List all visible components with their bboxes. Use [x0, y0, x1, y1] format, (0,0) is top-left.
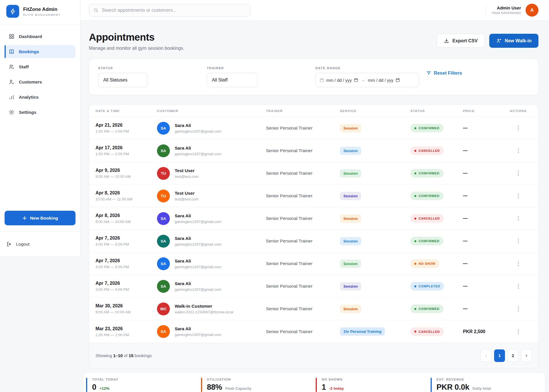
search-input[interactable]: [102, 8, 246, 13]
booking-time: 1:00 PM — 2:00 PM: [96, 333, 157, 337]
sidebar: FitZone Admin ELITE MANAGEMENT Dashboard…: [0, 0, 80, 256]
price-cell: PKR 2,500: [463, 329, 505, 334]
status-dot-icon: [414, 150, 416, 152]
stat-label: EST. REVENUE: [437, 378, 491, 381]
booking-time: 1:00 PM — 2:00 PM: [96, 152, 157, 156]
row-actions-button[interactable]: [514, 191, 523, 201]
sidebar-item-staff[interactable]: Staff: [5, 60, 75, 73]
date-start-value[interactable]: mm / dd / yyy: [326, 78, 352, 83]
row-actions-button[interactable]: [514, 123, 523, 133]
sidebar-item-settings[interactable]: Settings: [5, 106, 75, 119]
status-badge: CONFIRMED: [410, 169, 443, 178]
brand-title: FitZone Admin: [23, 7, 61, 12]
logout-button[interactable]: Logout: [0, 232, 80, 256]
customer-cell: SA Sara Ali gamingbro1307@gmail.com: [157, 144, 266, 157]
page-header: Appointments Manage and monitor all gym …: [89, 31, 538, 51]
sidebar-item-customers[interactable]: Customers: [5, 75, 75, 88]
row-actions-button[interactable]: [514, 327, 523, 337]
search-box[interactable]: [89, 4, 250, 17]
table-row: Apr 7, 2026 4:00 PM — 5:00 PM SA Sara Al…: [89, 230, 538, 252]
date-picker-icon[interactable]: [395, 78, 400, 83]
table-row: Apr 17, 2026 1:00 PM — 2:00 PM SA Sara A…: [89, 140, 538, 162]
page-subtitle: Manage and monitor all gym session booki…: [89, 46, 184, 51]
stat-card: NO SHOWS 1 -2 today: [316, 378, 431, 392]
row-actions-button[interactable]: [514, 281, 523, 291]
sidebar-item-label: Bookings: [19, 49, 39, 54]
sidebar-item-analytics[interactable]: Analytics: [5, 91, 75, 104]
status-badge: CONFIRMED: [410, 192, 443, 200]
date-picker-icon[interactable]: [354, 78, 359, 83]
plus-icon: [22, 216, 27, 221]
row-actions-button[interactable]: [514, 236, 523, 246]
date-time-cell: Apr 8, 2026 9:00 AM — 10:00 AM: [96, 213, 157, 224]
book-icon: [9, 49, 15, 55]
stat-value: PKR 0.0k: [437, 383, 470, 392]
admin-role: Head Administrator: [492, 11, 521, 15]
row-actions-button[interactable]: [514, 304, 523, 314]
stat-sub: -2 today: [329, 386, 344, 391]
export-csv-button[interactable]: Export CSV: [437, 34, 485, 48]
admin-avatar[interactable]: A: [526, 4, 538, 17]
stat-label: NO SHOWS: [322, 378, 344, 381]
new-walkin-button[interactable]: New Walk-in: [489, 34, 538, 48]
booking-date: Mar 30, 2026: [96, 303, 157, 309]
new-walkin-label: New Walk-in: [505, 38, 532, 43]
row-actions-button[interactable]: [514, 259, 523, 268]
sidebar-item-bookings[interactable]: Bookings: [5, 45, 75, 58]
service-cell: Session: [340, 260, 410, 268]
status-label: CONFIRMED: [419, 307, 439, 311]
date-range-group: DATE RANGE mm / dd / yyy – mm / dd / yyy: [315, 66, 425, 87]
service-badge: Session: [340, 282, 361, 290]
date-time-cell: Apr 8, 2026 10:00 AM — 11:00 AM: [96, 190, 157, 201]
row-actions-button[interactable]: [514, 214, 523, 223]
next-page-button[interactable]: [521, 349, 532, 362]
price-cell: —: [463, 261, 505, 266]
sidebar-divider: [0, 25, 80, 25]
status-cell: CANCELLED: [410, 327, 463, 336]
status-cell: CONFIRMED: [410, 192, 463, 200]
service-cell: Session: [340, 237, 410, 245]
service-cell: Session: [340, 169, 410, 178]
logout-icon: [6, 241, 12, 247]
reset-filters-button[interactable]: Reset Filters: [426, 70, 462, 76]
stats-bar: TOTAL TODAY 0 +12% UTILIZATION 88% Peak …: [83, 372, 546, 392]
download-icon: [444, 38, 449, 43]
page-button-1[interactable]: 1: [494, 349, 505, 362]
status-select[interactable]: All Statuses: [98, 73, 148, 87]
topbar-divider: [485, 5, 486, 16]
page-button-2[interactable]: 2: [508, 349, 518, 362]
kebab-dots-icon: [518, 284, 519, 285]
date-range-input[interactable]: mm / dd / yyy – mm / dd / yyy: [315, 73, 419, 87]
status-cell: CANCELLED: [410, 214, 463, 223]
stat-accent-bar: [86, 378, 87, 392]
prev-page-button[interactable]: [481, 349, 492, 362]
topbar-user-area: Admin User Head Administrator A: [485, 4, 538, 17]
new-booking-button[interactable]: New Booking: [5, 211, 75, 225]
avatar: SA: [157, 257, 170, 270]
status-dot-icon: [414, 195, 416, 197]
status-dot-icon: [414, 263, 416, 265]
trainer-select[interactable]: All Staff: [207, 73, 258, 87]
lightning-bolt-icon: [10, 8, 16, 15]
stat-card: UTILIZATION 88% Peak Capacity: [201, 378, 316, 392]
row-actions-button[interactable]: [514, 146, 523, 156]
new-booking-label: New Booking: [30, 216, 58, 221]
trainer-select-value: All Staff: [212, 77, 228, 83]
table-row: Apr 7, 2026 4:00 PM — 5:00 PM SA Sara Al…: [89, 252, 538, 275]
sidebar-item-dashboard[interactable]: Dashboard: [5, 30, 75, 43]
row-actions-button[interactable]: [514, 168, 523, 178]
date-end-value[interactable]: mm / dd / yyy: [368, 78, 393, 83]
date-range-dash: –: [361, 78, 366, 83]
trainer-name: Senior Personal Trainer: [266, 126, 340, 131]
status-badge: CONFIRMED: [410, 305, 443, 313]
status-label: CANCELLED: [419, 217, 440, 220]
search-icon: [94, 8, 99, 13]
dashboard-grid-icon: [9, 33, 15, 39]
export-csv-label: Export CSV: [452, 38, 478, 43]
trainer-name: Senior Personal Trainer: [266, 238, 340, 244]
table-footer: Showing 1–10 of 15 bookings 1 2: [89, 343, 538, 368]
status-cell: CANCELLED: [410, 146, 463, 155]
booking-date: Apr 7, 2026: [96, 236, 157, 241]
avatar: SA: [157, 122, 170, 135]
booking-date: Apr 21, 2026: [96, 123, 157, 128]
